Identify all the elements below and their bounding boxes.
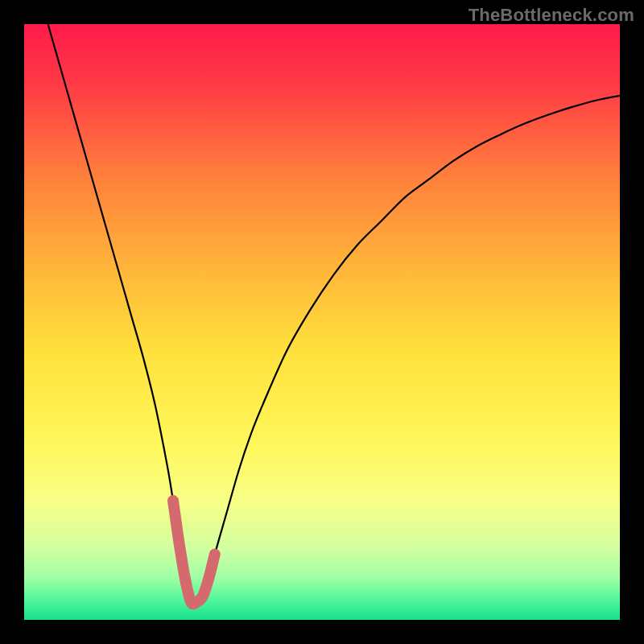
chart-svg bbox=[24, 24, 620, 620]
chart-frame: TheBottleneck.com bbox=[0, 0, 644, 644]
plot-area bbox=[24, 24, 620, 620]
watermark-text: TheBottleneck.com bbox=[469, 5, 634, 26]
gradient-background bbox=[24, 24, 620, 620]
